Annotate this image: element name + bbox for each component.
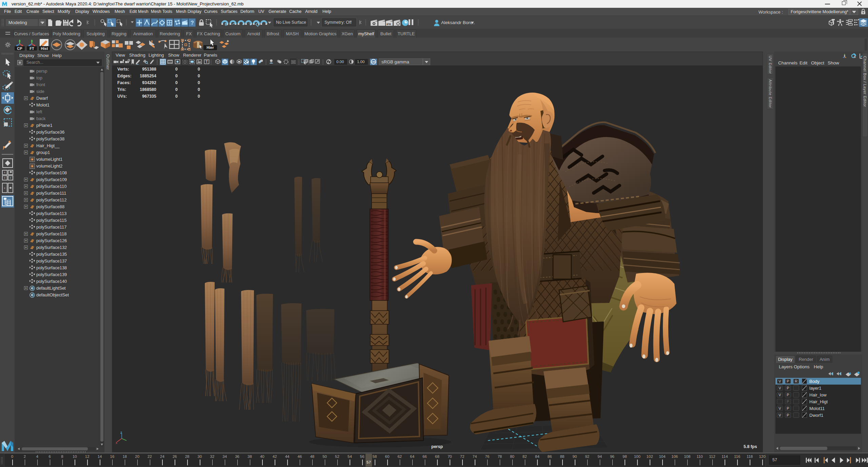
- svg-text:T: T: [206, 60, 208, 64]
- svg-text:IPR: IPR: [387, 23, 391, 26]
- svg-text:+: +: [4, 171, 5, 174]
- svg-text:+: +: [4, 176, 5, 180]
- svg-text:z: z: [120, 431, 122, 434]
- svg-text:+: +: [4, 187, 5, 190]
- svg-text:Hist: Hist: [41, 46, 48, 51]
- svg-text:CP: CP: [17, 46, 22, 51]
- svg-text:x: x: [116, 441, 117, 445]
- svg-text:?: ?: [191, 20, 194, 26]
- svg-text:+: +: [9, 176, 11, 180]
- svg-text:ON: ON: [372, 60, 375, 63]
- svg-text:FT: FT: [29, 46, 34, 51]
